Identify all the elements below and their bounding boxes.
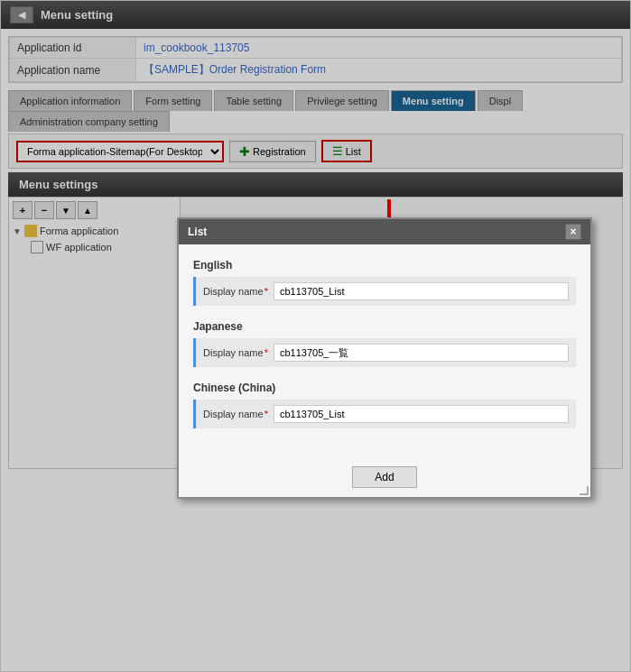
japanese-display-name-label: Display name*	[203, 347, 268, 358]
chinese-display-name-input[interactable]	[274, 405, 569, 423]
english-required: *	[264, 286, 268, 297]
list-dialog: List × English Display name* Japanese	[177, 217, 592, 499]
dialog-resize-handle[interactable]	[580, 486, 589, 495]
dialog-title-text: List	[188, 226, 207, 238]
main-window: ◀ Menu setting Application id im_cookboo…	[0, 0, 631, 672]
japanese-required: *	[264, 347, 268, 358]
chinese-field-row: Display name*	[193, 400, 576, 428]
english-field-row: Display name*	[193, 277, 576, 306]
english-display-name-label: Display name*	[203, 286, 268, 297]
chinese-section: Chinese (China) Display name*	[193, 382, 576, 428]
english-display-name-input[interactable]	[274, 282, 569, 300]
add-button[interactable]: Add	[352, 466, 416, 488]
japanese-display-name-input[interactable]	[274, 344, 569, 362]
english-section: English Display name*	[193, 259, 576, 306]
dialog-title-bar: List ×	[179, 219, 590, 244]
chinese-lang-title: Chinese (China)	[193, 382, 576, 394]
dialog-footer: Add	[179, 457, 590, 497]
english-lang-title: English	[193, 259, 576, 272]
japanese-field-row: Display name*	[193, 338, 576, 367]
japanese-section: Japanese Display name*	[193, 320, 576, 367]
dialog-close-button[interactable]: ×	[565, 224, 581, 240]
chinese-display-name-label: Display name*	[203, 409, 268, 419]
japanese-lang-title: Japanese	[193, 320, 576, 333]
chinese-required: *	[264, 409, 268, 419]
dialog-body: English Display name* Japanese Display n…	[179, 244, 590, 457]
